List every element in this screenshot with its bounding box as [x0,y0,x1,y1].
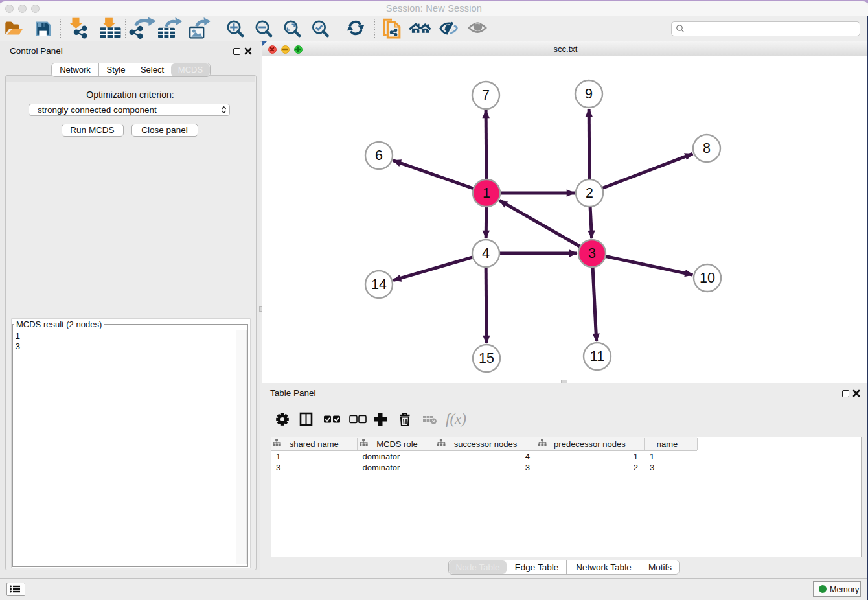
svg-text:11: 11 [590,349,604,364]
svg-text:10: 10 [700,270,715,286]
svg-text:14: 14 [371,277,387,292]
svg-text:shared name: shared name [290,439,339,449]
svg-text:3: 3 [588,246,596,261]
svg-text:2: 2 [586,185,593,201]
svg-text:4: 4 [482,246,490,261]
svg-text:1: 1 [483,185,490,201]
svg-text:9: 9 [585,86,593,102]
svg-text:name: name [657,439,678,449]
svg-text:7: 7 [482,87,490,103]
svg-text:successor nodes: successor nodes [454,439,518,449]
svg-text:8: 8 [703,141,711,156]
svg-text:f(x): f(x) [446,411,466,427]
svg-text:MCDS role: MCDS role [376,439,418,449]
svg-text:predecessor nodes: predecessor nodes [554,439,626,449]
svg-text:15: 15 [479,351,494,366]
svg-text:6: 6 [375,148,383,163]
